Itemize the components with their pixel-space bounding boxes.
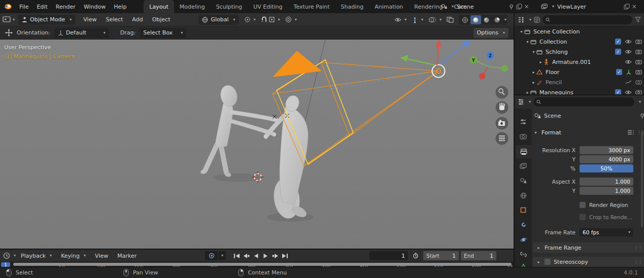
outliner-row-collection[interactable]: ▾ Collection ✓	[515, 37, 644, 47]
mannequin-left[interactable]	[200, 84, 279, 178]
menu-timeline-view[interactable]: View	[91, 250, 112, 262]
crop-checkbox[interactable]	[580, 214, 586, 220]
jump-to-start-button[interactable]	[232, 252, 241, 260]
stereoscopy-section[interactable]: ▸ Stereoscopy ⋮⋮	[533, 257, 644, 267]
preset-list-icon[interactable]	[627, 130, 634, 135]
render-region-checkbox[interactable]	[580, 202, 586, 208]
play-button[interactable]	[261, 252, 270, 260]
gizmos-icon[interactable]: ▾	[412, 17, 423, 23]
blender-logo-icon[interactable]	[0, 3, 15, 10]
collection-checkbox[interactable]: ✓	[615, 89, 621, 94]
camera-restrict-icon[interactable]	[635, 49, 642, 54]
shading-material-icon[interactable]	[481, 15, 492, 24]
menu-add[interactable]: Add	[128, 13, 147, 26]
menu-playback[interactable]: Playback▾	[17, 250, 56, 262]
pan-button[interactable]	[496, 101, 509, 114]
transform-gizmo[interactable]	[400, 40, 469, 66]
menu-marker[interactable]: Marker	[113, 250, 141, 262]
outliner-row-floor[interactable]: ▸ Floor ✓	[515, 67, 644, 77]
snap-target-icon[interactable]: ▾	[268, 16, 280, 23]
tab-layout[interactable]: Layout	[144, 0, 174, 13]
tab-render-icon[interactable]	[517, 130, 529, 143]
close-icon[interactable]: ×	[632, 3, 637, 10]
pin-icon[interactable]	[639, 113, 644, 119]
tab-object-icon[interactable]	[517, 204, 529, 216]
shading-rendered-icon[interactable]	[492, 15, 502, 24]
camera-restrict-icon[interactable]	[635, 80, 642, 85]
zoom-button[interactable]	[496, 86, 509, 99]
display-mode-icon[interactable]	[534, 17, 540, 23]
camera-view-button[interactable]	[496, 117, 509, 130]
camera-restrict-icon[interactable]	[635, 59, 642, 64]
eye-icon[interactable]	[625, 59, 632, 64]
tab-modeling[interactable]: Modeling	[174, 0, 211, 13]
filter-icon[interactable]	[635, 17, 641, 22]
show-gizmo-icon[interactable]: ▾	[394, 17, 406, 23]
menu-keying[interactable]: Keying▾	[57, 250, 90, 262]
pivot-point-icon[interactable]: ▾	[244, 16, 256, 23]
proportional-editing-icon[interactable]: ▾	[285, 16, 297, 23]
menu-view[interactable]: View	[79, 13, 100, 26]
tab-sculpting[interactable]: Sculpting	[211, 0, 248, 13]
outliner-editor-icon[interactable]	[518, 17, 525, 23]
chevron-down-icon[interactable]: ▾	[552, 5, 554, 9]
collection-checkbox[interactable]: ✓	[615, 39, 621, 45]
collection-checkbox[interactable]: ✓	[615, 49, 621, 55]
new-viewlayer-icon[interactable]	[624, 4, 630, 10]
timeline-editor-icon[interactable]: ▾	[3, 252, 16, 259]
new-scene-icon[interactable]	[516, 4, 522, 10]
collection-checkbox[interactable]: ✓	[616, 69, 622, 75]
tab-animation[interactable]: Animation	[369, 0, 409, 13]
chevron-down-icon[interactable]: ▾	[452, 5, 454, 9]
next-keyframe-button[interactable]	[271, 252, 280, 260]
scene-datablock-icon[interactable]	[440, 4, 448, 10]
auto-key-button[interactable]	[205, 251, 218, 260]
start-frame-field[interactable]: Start1	[423, 251, 459, 260]
close-icon[interactable]: ×	[524, 3, 529, 10]
play-reverse-button[interactable]	[252, 252, 260, 260]
orientation-dropdown[interactable]: Default ▾	[54, 28, 109, 38]
properties-search-input[interactable]	[544, 99, 631, 105]
breadcrumb-scene[interactable]: Scene	[544, 113, 561, 119]
frame-rate-dropdown[interactable]: 60 fps ▾	[580, 228, 633, 236]
tab-constraints-icon[interactable]	[517, 248, 529, 260]
jump-to-end-button[interactable]	[281, 252, 289, 260]
current-frame-field[interactable]: 1	[369, 251, 408, 260]
camera-restrict-icon[interactable]	[635, 39, 642, 44]
outliner-row-scene-collection[interactable]: ▾ Scene Collection	[515, 26, 644, 37]
axis-x-ball[interactable]	[479, 73, 486, 80]
properties-search[interactable]	[533, 97, 634, 107]
navigation-gizmo[interactable]: Z Y	[470, 52, 509, 80]
properties-editor-icon[interactable]	[518, 99, 524, 105]
outliner-row-mannequins[interactable]: ▸ Mannequins ✓	[515, 87, 644, 94]
properties-scrollbar[interactable]	[641, 131, 643, 227]
ortho-grid-button[interactable]	[496, 132, 509, 145]
pin-icon[interactable]	[509, 4, 514, 10]
format-panel-header[interactable]: ▾ Format ⋮⋮	[533, 128, 644, 137]
menu-file[interactable]: File	[15, 0, 32, 13]
xray-toggle-icon[interactable]	[447, 17, 454, 23]
tab-object-data-icon[interactable]	[517, 261, 529, 267]
transform-orientation-dropdown[interactable]: Global ▾	[198, 15, 239, 25]
panel-grip-icon[interactable]: ⋮⋮	[634, 245, 642, 250]
stereoscopy-checkbox[interactable]	[545, 259, 551, 265]
outliner-search-input[interactable]	[553, 17, 629, 23]
use-preview-range-button[interactable]	[410, 251, 421, 260]
camera-restrict-icon[interactable]	[635, 70, 642, 75]
viewlayer-datablock-icon[interactable]	[541, 4, 548, 10]
editor-type-icon[interactable]: ▾	[0, 16, 17, 23]
resolution-y-field[interactable]: 4000 px	[580, 155, 633, 163]
camera-restrict-icon[interactable]	[635, 90, 642, 94]
aspect-x-field[interactable]: 1.000	[580, 178, 633, 186]
tab-shading[interactable]: Shading	[335, 0, 369, 13]
autokey-options-chevron[interactable]: ▾	[219, 251, 226, 260]
end-frame-field[interactable]: End1	[461, 251, 496, 260]
resolution-x-field[interactable]: 3000 px	[580, 146, 633, 154]
chevron-down-icon[interactable]: ▾	[529, 18, 531, 22]
options-dropdown[interactable]: Options ▾	[473, 28, 509, 38]
viewport-canvas[interactable]: Z Y	[0, 40, 514, 249]
shading-wireframe-icon[interactable]	[460, 15, 470, 24]
tab-texture-paint[interactable]: Texture Paint	[288, 0, 335, 13]
menu-render[interactable]: Render	[52, 0, 80, 13]
aspect-y-field[interactable]: 1.000	[580, 187, 633, 195]
